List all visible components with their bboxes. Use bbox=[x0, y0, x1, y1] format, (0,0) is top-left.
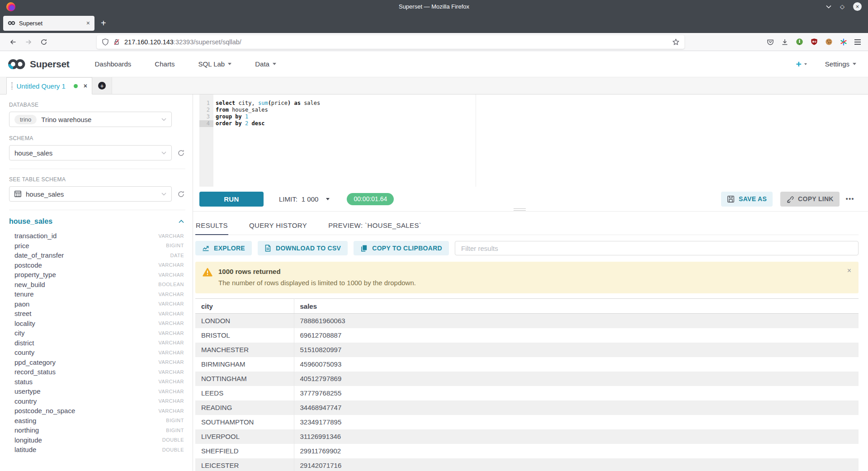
tab-query-history[interactable]: QUERY HISTORY bbox=[249, 215, 307, 235]
column-row[interactable]: property_typeVARCHAR bbox=[9, 270, 185, 280]
brand-name: Superset bbox=[30, 59, 69, 70]
line-number: 3 bbox=[199, 113, 213, 120]
tab-results[interactable]: RESULTS bbox=[195, 215, 228, 235]
browser-toolbar: 217.160.120.143:32393/superset/sqllab/ bbox=[0, 33, 868, 51]
schema-value: house_sales bbox=[14, 149, 157, 157]
superset-logo[interactable]: Superset bbox=[7, 58, 69, 70]
menu-icon[interactable] bbox=[854, 39, 861, 45]
results-panel: RESULTS QUERY HISTORY PREVIEW: `HOUSE_SA… bbox=[193, 215, 868, 471]
schema-select[interactable]: house_sales bbox=[9, 145, 172, 160]
cookie-icon[interactable] bbox=[825, 38, 833, 46]
column-row[interactable]: priceBIGINT bbox=[9, 241, 185, 251]
table-row: BIRMINGHAM45960075093 bbox=[195, 357, 859, 372]
results-tbody: LONDON788861960063BRISTOL69612708887MANC… bbox=[195, 314, 859, 471]
column-row[interactable]: ppd_categoryVARCHAR bbox=[9, 358, 185, 367]
window-close-icon[interactable]: × bbox=[853, 2, 862, 11]
browser-tab[interactable]: Superset × bbox=[3, 16, 94, 31]
column-row[interactable]: usertypeVARCHAR bbox=[9, 386, 185, 396]
refresh-schemas-icon[interactable] bbox=[176, 149, 185, 157]
column-row[interactable]: date_of_transferDATE bbox=[9, 250, 185, 260]
ublock-icon[interactable] bbox=[811, 38, 818, 46]
column-row[interactable]: districtVARCHAR bbox=[9, 338, 185, 348]
print-margin bbox=[476, 94, 476, 187]
table-cell: 32349177895 bbox=[294, 415, 859, 429]
column-row[interactable]: transaction_idVARCHAR bbox=[9, 231, 185, 241]
column-row[interactable]: longitudeDOUBLE bbox=[9, 435, 185, 445]
url-bar[interactable]: 217.160.120.143:32393/superset/sqllab/ bbox=[97, 35, 684, 49]
add-query-tab-icon[interactable]: + bbox=[98, 82, 106, 89]
column-row[interactable]: postcodeVARCHAR bbox=[9, 260, 185, 270]
column-row[interactable]: cityVARCHAR bbox=[9, 328, 185, 338]
column-row[interactable]: postcode_no_spaceVARCHAR bbox=[9, 406, 185, 416]
explore-button[interactable]: EXPLORE bbox=[195, 241, 252, 255]
bookmark-star-icon[interactable] bbox=[672, 38, 679, 46]
column-type: VARCHAR bbox=[159, 272, 184, 278]
shield-icon[interactable] bbox=[102, 38, 109, 46]
column-type: VARCHAR bbox=[159, 350, 184, 355]
nav-item-data[interactable]: Data bbox=[255, 60, 276, 68]
editor-code[interactable]: select city, sum(price) as salesfrom hou… bbox=[213, 94, 868, 187]
new-tab-button[interactable]: + bbox=[94, 19, 113, 28]
column-row[interactable]: countyVARCHAR bbox=[9, 348, 185, 358]
privacy-badger-icon[interactable] bbox=[796, 38, 803, 46]
window-minimize-icon[interactable] bbox=[826, 5, 831, 9]
pocket-icon[interactable] bbox=[767, 38, 774, 46]
column-row[interactable]: statusVARCHAR bbox=[9, 377, 185, 387]
column-row[interactable]: northingBIGINT bbox=[9, 425, 185, 435]
run-button[interactable]: RUN bbox=[199, 192, 264, 207]
alert-close-icon[interactable]: × bbox=[847, 267, 851, 274]
drag-handle-icon[interactable] bbox=[11, 82, 13, 89]
copy-link-button[interactable]: COPY LINK bbox=[780, 192, 840, 207]
settings-menu[interactable]: Settings bbox=[825, 60, 856, 68]
nav-item-sql-lab[interactable]: SQL Lab bbox=[198, 60, 232, 68]
column-type: VARCHAR bbox=[159, 330, 184, 336]
query-tab-close-icon[interactable]: × bbox=[84, 82, 87, 89]
column-type: VARCHAR bbox=[159, 398, 184, 404]
column-row[interactable]: tenureVARCHAR bbox=[9, 289, 185, 299]
tab-close-icon[interactable]: × bbox=[86, 20, 90, 26]
column-row[interactable]: eastingBIGINT bbox=[9, 416, 185, 426]
nav-item-dashboards[interactable]: Dashboards bbox=[94, 60, 131, 68]
more-options-button[interactable]: ••• bbox=[846, 195, 854, 203]
column-row[interactable]: latitudeDOUBLE bbox=[9, 445, 185, 455]
tab-preview[interactable]: PREVIEW: `HOUSE_SALES` bbox=[328, 215, 422, 235]
pane-splitter[interactable] bbox=[193, 211, 868, 215]
results-column-header[interactable]: city bbox=[195, 299, 294, 314]
containers-icon[interactable] bbox=[840, 38, 847, 46]
column-row[interactable]: paonVARCHAR bbox=[9, 299, 185, 309]
column-row[interactable]: localityVARCHAR bbox=[9, 319, 185, 329]
chevron-down-icon bbox=[161, 151, 166, 155]
sql-editor[interactable]: 1234 select city, sum(price) as salesfro… bbox=[193, 94, 868, 187]
column-row[interactable]: countryVARCHAR bbox=[9, 396, 185, 406]
filter-results-input[interactable] bbox=[455, 241, 859, 255]
splitter-handle-icon[interactable] bbox=[514, 208, 526, 211]
column-name: paon bbox=[14, 300, 29, 308]
column-name: ppd_category bbox=[14, 358, 56, 366]
limit-dropdown[interactable]: LIMIT: 1 000 bbox=[279, 195, 330, 203]
refresh-tables-icon[interactable] bbox=[176, 190, 185, 198]
back-icon[interactable] bbox=[5, 35, 21, 49]
column-type: VARCHAR bbox=[159, 301, 184, 306]
forward-icon[interactable] bbox=[21, 35, 36, 49]
save-as-button[interactable]: SAVE AS bbox=[721, 192, 773, 207]
column-row[interactable]: record_statusVARCHAR bbox=[9, 367, 185, 377]
collapse-chevron-up-icon[interactable] bbox=[179, 220, 184, 223]
results-column-header[interactable]: sales bbox=[294, 299, 859, 314]
copy-clipboard-button[interactable]: COPY TO CLIPBOARD bbox=[354, 241, 449, 255]
alert-message: The number of rows displayed is limited … bbox=[218, 279, 416, 287]
table-select[interactable]: house_sales bbox=[9, 186, 172, 202]
database-select[interactable]: trino Trino warehouse bbox=[9, 112, 172, 127]
reload-icon[interactable] bbox=[36, 35, 52, 49]
add-query-tab-tile[interactable]: + bbox=[92, 77, 112, 94]
column-list: transaction_idVARCHARpriceBIGINTdate_of_… bbox=[9, 231, 185, 455]
nav-item-charts[interactable]: Charts bbox=[155, 60, 175, 68]
column-row[interactable]: streetVARCHAR bbox=[9, 309, 185, 319]
lock-insecure-icon[interactable] bbox=[113, 38, 120, 46]
column-row[interactable]: new_buildBOOLEAN bbox=[9, 280, 185, 290]
add-new-button[interactable]: + bbox=[796, 59, 807, 69]
query-tab[interactable]: Untitled Query 1 × bbox=[6, 77, 92, 94]
download-icon[interactable] bbox=[781, 38, 788, 46]
table-name-heading: house_sales bbox=[9, 217, 52, 226]
window-maximize-icon[interactable]: ◇ bbox=[840, 4, 844, 9]
download-csv-button[interactable]: DOWNLOAD TO CSV bbox=[258, 241, 348, 255]
